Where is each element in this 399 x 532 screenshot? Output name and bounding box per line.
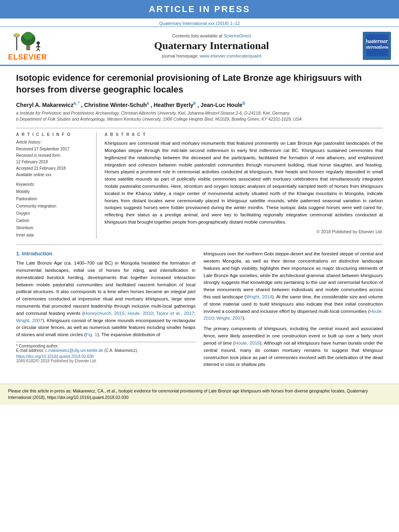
doi-line: https://doi.org/10.1016/j.quaint.2018.02… <box>16 354 195 359</box>
qi-logo-text: Quaternary International <box>366 34 388 58</box>
abstract-col: A B S T R A C T Khirigsuurs are communal… <box>105 132 383 239</box>
elsevier-logo: ELSEVIER <box>8 30 64 62</box>
email-label: E-mail address: <box>16 348 44 353</box>
footer-cite-text: Please cite this article in press as: Ma… <box>8 388 368 400</box>
article-info-col: A R T I C L E I N F O Article history: R… <box>16 132 97 239</box>
journal-title-text: Quaternary International <box>64 40 359 52</box>
footnote-star: * Corresponding author. <box>16 342 195 348</box>
history-label: Article history: <box>16 140 90 144</box>
received-date: Received 17 September 2017 <box>16 147 69 151</box>
ref-wright2007[interactable]: Wright, 2007 <box>16 318 43 323</box>
copyright-line: © 2018 Published by Elsevier Ltd. <box>105 229 383 234</box>
main-content: Isotopic evidence for ceremonial provisi… <box>0 66 399 376</box>
science-direct-link[interactable]: ScienceDirect <box>224 33 251 38</box>
keywords-label: Keywords: <box>16 182 90 187</box>
abstract-text: Khirigsuurs are communal ritual and mort… <box>105 140 383 226</box>
keyword-6: Strontium <box>16 226 33 230</box>
author3-sup: b <box>193 101 196 105</box>
doi-link[interactable]: https://doi.org/10.1016/j.quaint.2018.02… <box>16 354 94 359</box>
ref-houle2010[interactable]: Houle, 2010 <box>128 311 153 316</box>
keyword-3: Community integration <box>16 204 56 208</box>
ref-wright2014[interactable]: Wright, 2014 <box>246 294 272 299</box>
contents-line: Contents lists available at ScienceDirec… <box>64 33 359 38</box>
author2-name: , Christine Winter-Schuh <box>81 102 147 108</box>
keyword-2: Pastoralism <box>16 197 37 201</box>
keyword-4: Oxygen <box>16 211 30 216</box>
svg-point-7 <box>37 41 40 45</box>
journal-meta-text: Quaternary International xxx (2018) 1–12 <box>159 21 240 26</box>
homepage-line: journal homepage: www.elsevier.com/locat… <box>64 53 359 58</box>
keyword-5: Carbon <box>16 218 29 223</box>
elsevier-wordmark: ELSEVIER <box>8 53 64 62</box>
section1-para2-start: khirigsuurs over the northern Gobi stepp… <box>204 251 383 322</box>
journal-logo-right: Quaternary International <box>359 32 391 60</box>
authors-line: Cheryl A. Makarewicza, * , Christine Win… <box>16 101 383 108</box>
footer-citation-bar: Please cite this article in press as: Ma… <box>0 384 399 405</box>
keywords-list: Mobility Pastoralism Community integrati… <box>16 188 90 239</box>
journal-title-center: Contents lists available at ScienceDirec… <box>64 33 359 58</box>
homepage-url[interactable]: www.elsevier.com/locate/quaint <box>200 53 261 58</box>
article-in-press-label: ARTICLE IN PRESS <box>149 4 250 14</box>
email-address[interactable]: c.makarewicz@ufg.uni-kielde.de <box>45 348 103 353</box>
section1-para1: The Late Bronze Age (ca. 1400–700 cal BC… <box>16 260 195 339</box>
article-dates: Received 17 September 2017 Received in r… <box>16 146 90 178</box>
author2-sup: a <box>147 101 149 105</box>
journal-meta-line: Quaternary International xxx (2018) 1–12 <box>0 18 399 27</box>
abstract-heading: A B S T R A C T <box>105 132 383 137</box>
received-revised-label: Received in revised form <box>16 153 60 158</box>
qi-logo-box: Quaternary International <box>363 32 391 60</box>
ref-fig1[interactable]: Fig. 1 <box>86 332 97 337</box>
article-title: Isotopic evidence for ceremonial provisi… <box>16 72 383 95</box>
ref-taylor[interactable]: Taylor et al., 2017 <box>156 311 194 316</box>
ref-houle2016[interactable]: Houle, 2016 <box>235 341 260 345</box>
info-abstract-section: A R T I C L E I N F O Article history: R… <box>16 128 383 239</box>
section1-number: 1. <box>16 251 21 257</box>
author1-sup: a, * <box>74 101 80 105</box>
ref-wright2007b[interactable]: Wright, 2007 <box>216 316 243 320</box>
svg-point-6 <box>14 34 19 36</box>
affiliation-b: b Department of Folk Studies and Anthrop… <box>16 117 383 122</box>
article-in-press-bar: ARTICLE IN PRESS <box>0 0 399 18</box>
article-info-heading: A R T I C L E I N F O <box>16 132 90 137</box>
accepted-date: Accepted 21 February 2018 <box>16 166 66 170</box>
section1-heading: Introduction <box>22 251 52 257</box>
svg-text:Quaternary: Quaternary <box>366 38 388 44</box>
author3-name: , Heather Byerly <box>150 102 193 108</box>
svg-rect-4 <box>16 36 17 50</box>
author4-sup: b <box>243 101 245 105</box>
elsevier-tree-icon <box>8 30 48 52</box>
journal-header: Quaternary International xxx (2018) 1–12 <box>0 18 399 66</box>
homepage-prefix: journal homepage: <box>162 53 198 58</box>
svg-line-12 <box>38 49 40 51</box>
ref-honeychurch[interactable]: Honeychurch, 2015 <box>84 311 124 316</box>
author4-name: , Jean-Luc Houle <box>197 102 243 108</box>
revised-date: 12 February 2018 <box>16 160 48 164</box>
contents-prefix: Contents lists available at <box>172 33 222 38</box>
body-col-left: 1. Introduction The Late Bronze Age (ca.… <box>16 251 195 372</box>
affiliation-a: a Institute for Prehistoric and Protohis… <box>16 111 383 116</box>
body-col-right: khirigsuurs over the northern Gobi stepp… <box>204 251 383 372</box>
body-section: 1. Introduction The Late Bronze Age (ca.… <box>16 251 383 372</box>
footnote-corresponding: * Corresponding author. <box>16 344 59 348</box>
journal-header-inner: ELSEVIER Contents lists available at Sci… <box>0 27 399 65</box>
author1-name: Cheryl A. Makarewicz <box>16 102 74 108</box>
email-author: (C.A. Makarewicz). <box>104 348 138 353</box>
svg-text:International: International <box>366 44 388 50</box>
keyword-1: Mobility <box>16 189 30 194</box>
section-divider <box>16 244 383 245</box>
email-line: E-mail address: c.makarewicz@ufg.uni-kie… <box>16 348 195 353</box>
section1-title: 1. Introduction <box>16 251 195 257</box>
available-online: Available online xxx <box>16 173 51 177</box>
keyword-7: Inner asia <box>16 233 34 237</box>
svg-point-2 <box>23 32 33 40</box>
section1-para3: The primary components of khirigsuurs, i… <box>204 325 383 368</box>
issn-line: 1040-6182/© 2018 Published by Elsevier L… <box>16 359 195 363</box>
